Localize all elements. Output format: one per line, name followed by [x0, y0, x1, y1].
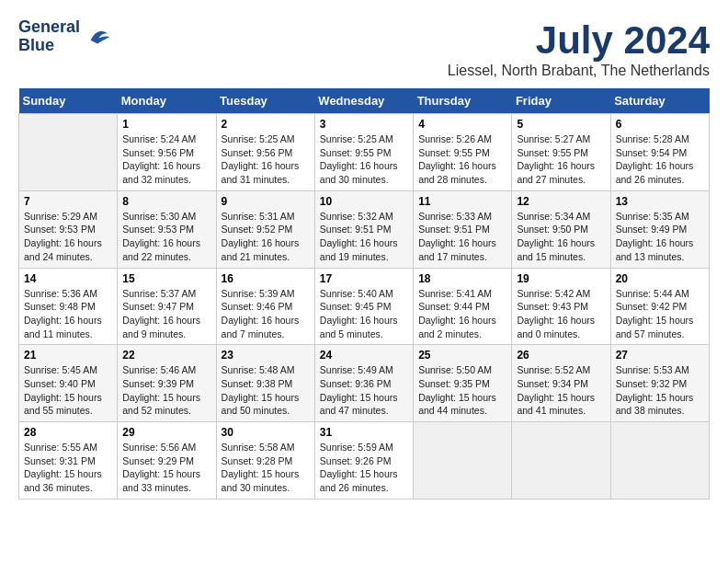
day-info: Sunrise: 5:34 AM Sunset: 9:50 PM Dayligh…: [517, 210, 605, 264]
calendar-cell: 8Sunrise: 5:30 AM Sunset: 9:53 PM Daylig…: [118, 190, 216, 268]
day-info: Sunrise: 5:39 AM Sunset: 9:46 PM Dayligh…: [222, 287, 310, 341]
day-info: Sunrise: 5:56 AM Sunset: 9:29 PM Dayligh…: [122, 441, 210, 495]
day-number: 18: [418, 272, 506, 285]
day-number: 5: [517, 118, 605, 131]
calendar-cell: [610, 422, 709, 500]
day-number: 7: [24, 195, 112, 208]
day-number: 23: [222, 349, 310, 362]
day-info: Sunrise: 5:48 AM Sunset: 9:38 PM Dayligh…: [222, 363, 310, 418]
calendar-cell: 23Sunrise: 5:48 AM Sunset: 9:38 PM Dayli…: [216, 345, 314, 422]
day-number: 3: [320, 118, 408, 131]
day-number: 2: [222, 118, 310, 131]
calendar-cell: 21Sunrise: 5:45 AM Sunset: 9:40 PM Dayli…: [19, 345, 118, 422]
calendar-cell: 28Sunrise: 5:55 AM Sunset: 9:31 PM Dayli…: [19, 422, 118, 500]
calendar-cell: 20Sunrise: 5:44 AM Sunset: 9:42 PM Dayli…: [610, 268, 709, 345]
calendar-cell: 17Sunrise: 5:40 AM Sunset: 9:45 PM Dayli…: [314, 268, 413, 345]
day-number: 26: [517, 349, 605, 362]
calendar-cell: [19, 114, 118, 191]
day-info: Sunrise: 5:31 AM Sunset: 9:52 PM Dayligh…: [222, 210, 310, 264]
week-row-1: 1Sunrise: 5:24 AM Sunset: 9:56 PM Daylig…: [19, 114, 710, 191]
day-info: Sunrise: 5:29 AM Sunset: 9:53 PM Dayligh…: [24, 210, 112, 264]
weekday-header-monday: Monday: [118, 88, 216, 114]
day-number: 6: [616, 118, 704, 131]
subtitle: Liessel, North Brabant, The Netherlands: [448, 63, 710, 79]
day-number: 20: [616, 272, 704, 285]
week-row-4: 21Sunrise: 5:45 AM Sunset: 9:40 PM Dayli…: [19, 345, 710, 422]
day-info: Sunrise: 5:40 AM Sunset: 9:45 PM Dayligh…: [320, 287, 408, 341]
calendar-table: SundayMondayTuesdayWednesdayThursdayFrid…: [18, 88, 710, 500]
calendar-cell: 22Sunrise: 5:46 AM Sunset: 9:39 PM Dayli…: [118, 345, 216, 422]
calendar-cell: 14Sunrise: 5:36 AM Sunset: 9:48 PM Dayli…: [19, 268, 118, 345]
calendar-cell: 30Sunrise: 5:58 AM Sunset: 9:28 PM Dayli…: [216, 422, 314, 500]
day-info: Sunrise: 5:37 AM Sunset: 9:47 PM Dayligh…: [122, 287, 210, 341]
week-row-5: 28Sunrise: 5:55 AM Sunset: 9:31 PM Dayli…: [19, 422, 710, 500]
day-number: 24: [320, 349, 408, 362]
day-number: 27: [616, 349, 704, 362]
weekday-header-row: SundayMondayTuesdayWednesdayThursdayFrid…: [19, 88, 710, 114]
day-number: 31: [320, 426, 408, 439]
day-number: 16: [222, 272, 310, 285]
weekday-header-thursday: Thursday: [414, 88, 512, 114]
day-info: Sunrise: 5:50 AM Sunset: 9:35 PM Dayligh…: [418, 363, 506, 418]
day-number: 25: [418, 349, 506, 362]
weekday-header-wednesday: Wednesday: [314, 88, 413, 114]
logo-text-line1: General: [18, 18, 80, 37]
day-info: Sunrise: 5:30 AM Sunset: 9:53 PM Dayligh…: [122, 210, 210, 264]
calendar-cell: [414, 422, 512, 500]
week-row-2: 7Sunrise: 5:29 AM Sunset: 9:53 PM Daylig…: [19, 190, 710, 268]
calendar-cell: 10Sunrise: 5:32 AM Sunset: 9:51 PM Dayli…: [314, 190, 413, 268]
calendar-cell: 24Sunrise: 5:49 AM Sunset: 9:36 PM Dayli…: [314, 345, 413, 422]
day-info: Sunrise: 5:36 AM Sunset: 9:48 PM Dayligh…: [24, 287, 112, 341]
day-number: 10: [320, 195, 408, 208]
day-number: 22: [122, 349, 210, 362]
day-info: Sunrise: 5:35 AM Sunset: 9:49 PM Dayligh…: [616, 210, 704, 264]
day-info: Sunrise: 5:52 AM Sunset: 9:34 PM Dayligh…: [517, 363, 605, 418]
calendar-cell: 31Sunrise: 5:59 AM Sunset: 9:26 PM Dayli…: [314, 422, 413, 500]
day-info: Sunrise: 5:53 AM Sunset: 9:32 PM Dayligh…: [616, 363, 704, 418]
day-number: 12: [517, 195, 605, 208]
day-info: Sunrise: 5:26 AM Sunset: 9:55 PM Dayligh…: [418, 132, 506, 187]
day-info: Sunrise: 5:58 AM Sunset: 9:28 PM Dayligh…: [222, 441, 310, 495]
day-info: Sunrise: 5:25 AM Sunset: 9:55 PM Dayligh…: [320, 132, 408, 187]
day-info: Sunrise: 5:25 AM Sunset: 9:56 PM Dayligh…: [222, 132, 310, 187]
calendar-cell: 18Sunrise: 5:41 AM Sunset: 9:44 PM Dayli…: [414, 268, 512, 345]
day-info: Sunrise: 5:44 AM Sunset: 9:42 PM Dayligh…: [616, 287, 704, 341]
day-number: 28: [24, 426, 112, 439]
weekday-header-tuesday: Tuesday: [216, 88, 314, 114]
logo-bird-icon: [84, 23, 111, 51]
calendar-cell: 29Sunrise: 5:56 AM Sunset: 9:29 PM Dayli…: [118, 422, 216, 500]
calendar-cell: 16Sunrise: 5:39 AM Sunset: 9:46 PM Dayli…: [216, 268, 314, 345]
day-number: 21: [24, 349, 112, 362]
calendar-cell: 27Sunrise: 5:53 AM Sunset: 9:32 PM Dayli…: [610, 345, 709, 422]
day-info: Sunrise: 5:55 AM Sunset: 9:31 PM Dayligh…: [24, 441, 112, 495]
logo: General Blue: [18, 18, 111, 55]
main-title: July 2024: [448, 18, 710, 63]
day-number: 13: [616, 195, 704, 208]
day-number: 9: [222, 195, 310, 208]
page-header: General Blue July 2024 Liessel, North Br…: [18, 18, 710, 79]
day-number: 4: [418, 118, 506, 131]
day-info: Sunrise: 5:45 AM Sunset: 9:40 PM Dayligh…: [24, 363, 112, 418]
day-number: 29: [122, 426, 210, 439]
day-number: 14: [24, 272, 112, 285]
day-number: 15: [122, 272, 210, 285]
day-number: 19: [517, 272, 605, 285]
day-info: Sunrise: 5:32 AM Sunset: 9:51 PM Dayligh…: [320, 210, 408, 264]
day-info: Sunrise: 5:59 AM Sunset: 9:26 PM Dayligh…: [320, 441, 408, 495]
day-info: Sunrise: 5:33 AM Sunset: 9:51 PM Dayligh…: [418, 210, 506, 264]
day-info: Sunrise: 5:49 AM Sunset: 9:36 PM Dayligh…: [320, 363, 408, 418]
day-number: 11: [418, 195, 506, 208]
day-number: 8: [122, 195, 210, 208]
title-block: July 2024 Liessel, North Brabant, The Ne…: [448, 18, 710, 79]
calendar-cell: 25Sunrise: 5:50 AM Sunset: 9:35 PM Dayli…: [414, 345, 512, 422]
weekday-header-friday: Friday: [512, 88, 610, 114]
calendar-cell: 6Sunrise: 5:28 AM Sunset: 9:54 PM Daylig…: [610, 114, 709, 191]
calendar-cell: 3Sunrise: 5:25 AM Sunset: 9:55 PM Daylig…: [314, 114, 413, 191]
calendar-cell: 12Sunrise: 5:34 AM Sunset: 9:50 PM Dayli…: [512, 190, 610, 268]
calendar-cell: 2Sunrise: 5:25 AM Sunset: 9:56 PM Daylig…: [216, 114, 314, 191]
calendar-cell: 9Sunrise: 5:31 AM Sunset: 9:52 PM Daylig…: [216, 190, 314, 268]
day-info: Sunrise: 5:24 AM Sunset: 9:56 PM Dayligh…: [122, 132, 210, 187]
calendar-cell: 15Sunrise: 5:37 AM Sunset: 9:47 PM Dayli…: [118, 268, 216, 345]
day-info: Sunrise: 5:41 AM Sunset: 9:44 PM Dayligh…: [418, 287, 506, 341]
day-info: Sunrise: 5:42 AM Sunset: 9:43 PM Dayligh…: [517, 287, 605, 341]
